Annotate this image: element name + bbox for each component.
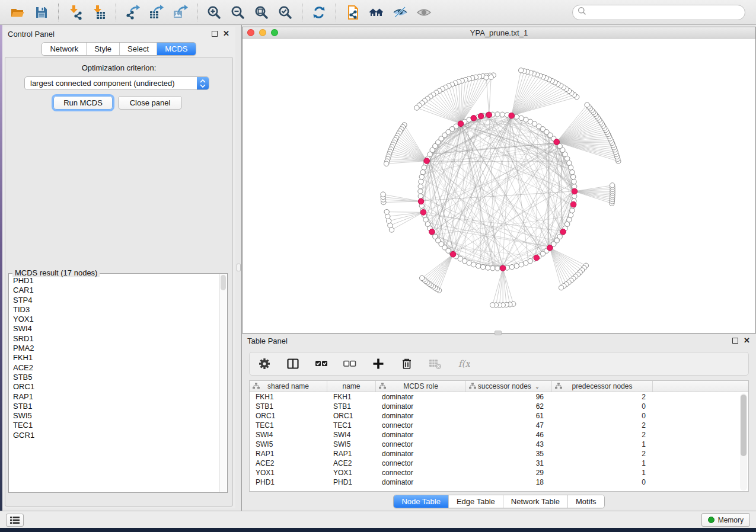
mcds-result-item[interactable]: TEC1 [13, 421, 219, 430]
create-column-icon[interactable] [372, 357, 385, 370]
open-file-icon[interactable] [8, 3, 28, 22]
import-network-icon[interactable] [65, 3, 85, 22]
nested-networks-icon[interactable] [366, 3, 387, 22]
memory-status-icon [708, 517, 714, 523]
table-cell: 0 [552, 478, 653, 486]
close-table-panel-icon[interactable]: ✕ [743, 337, 751, 345]
mcds-result-item[interactable]: RAP1 [13, 392, 219, 402]
table-row[interactable]: SWI5SWI5connector431 [250, 440, 748, 449]
mcds-result-item[interactable]: FKH1 [13, 353, 219, 363]
import-table-icon[interactable] [89, 3, 109, 22]
table-row[interactable]: ACE2ACE2connector311 [250, 459, 748, 468]
table-row[interactable]: ORC1ORC1dominator610 [250, 411, 748, 421]
mcds-result-item[interactable]: PMA2 [13, 344, 219, 353]
mcds-result-groupbox: MCDS result (17 nodes) PHD1CAR1STP4TID3Y… [8, 273, 228, 493]
zoom-in-icon[interactable] [204, 3, 224, 22]
tab-network[interactable]: Network [42, 43, 86, 55]
zoom-selected-icon[interactable] [275, 3, 295, 22]
task-history-button[interactable] [6, 514, 24, 527]
mcds-result-list[interactable]: PHD1CAR1STP4TID3YOX1SWI4SRD1PMA2FKH1ACE2… [9, 275, 219, 492]
table-header-row[interactable]: shared namenameMCDS rolesuccessor nodes⌄… [250, 381, 748, 392]
table-cell: SWI4 [327, 431, 376, 439]
mcds-result-item[interactable]: STP4 [13, 296, 219, 305]
table-cell: 2 [552, 431, 653, 439]
table-cell: PHD1 [250, 478, 327, 486]
table-cell: 35 [466, 450, 552, 458]
search-field[interactable] [572, 5, 745, 20]
table-tabs: Node TableEdge TableNetwork TableMotifs [393, 495, 604, 508]
table-row[interactable]: TEC1TEC1connector472 [250, 421, 748, 430]
mcds-result-item[interactable]: STB5 [13, 373, 219, 382]
toolbar-separator [336, 4, 336, 21]
table-row[interactable]: YOX1YOX1connector291 [250, 468, 748, 477]
table-cell: TEC1 [327, 421, 376, 430]
export-network-icon[interactable] [123, 3, 143, 22]
show-graphics-details-icon[interactable] [390, 3, 410, 22]
table-row[interactable]: FKH1FKH1dominator962 [250, 392, 748, 402]
close-panel-button[interactable]: Close panel [118, 96, 182, 110]
network-canvas[interactable] [243, 39, 755, 333]
mcds-result-item[interactable]: SRD1 [13, 334, 219, 344]
tab-node-table[interactable]: Node Table [394, 495, 448, 508]
horizontal-splitter-handle[interactable] [495, 331, 502, 335]
tab-style[interactable]: Style [86, 43, 119, 55]
mcds-result-item[interactable]: ORC1 [13, 382, 219, 392]
float-panel-icon[interactable] [210, 30, 218, 38]
tab-network-table[interactable]: Network Table [503, 495, 567, 508]
tab-motifs[interactable]: Motifs [567, 495, 604, 508]
table-cell: STB1 [327, 402, 376, 411]
delete-columns-icon[interactable] [400, 357, 413, 370]
mcds-result-item[interactable]: PHD1 [13, 276, 219, 286]
mcds-result-item[interactable]: YOX1 [13, 315, 219, 324]
mcds-result-item[interactable]: CAR1 [13, 286, 219, 295]
tab-mcds[interactable]: MCDS [157, 43, 195, 55]
float-table-panel-icon[interactable] [731, 337, 739, 345]
zoom-fit-icon[interactable] [251, 3, 272, 22]
refresh-view-icon[interactable] [309, 3, 329, 22]
splitter-handle[interactable] [237, 264, 241, 271]
table-scrollbar[interactable] [740, 393, 747, 491]
tree-icon [379, 383, 386, 391]
save-session-icon[interactable] [31, 3, 52, 22]
table-panel-title: Table Panel [247, 336, 288, 345]
network-graph[interactable] [243, 39, 755, 333]
criterion-dropdown[interactable]: largest connected component (undirected) [24, 76, 209, 90]
table-row[interactable]: SWI4SWI4dominator462 [250, 430, 748, 440]
vertical-splitter[interactable] [235, 25, 242, 511]
column-header-name[interactable]: name [327, 381, 376, 392]
mcds-result-item[interactable]: STB1 [13, 402, 219, 411]
table-row[interactable]: RAP1RAP1dominator352 [250, 449, 748, 459]
select-all-icon[interactable] [315, 357, 328, 370]
table-row[interactable]: STB1STB1dominator620 [250, 402, 748, 411]
unselect-all-icon[interactable] [343, 357, 356, 370]
mcds-list-scrollbar[interactable] [219, 274, 227, 492]
network-window-titlebar[interactable]: YPA_prune.txt_1 [243, 27, 755, 39]
mcds-result-item[interactable]: SWI4 [13, 324, 219, 334]
table-toolbar: f(x) [249, 352, 749, 376]
mcds-result-item[interactable]: SWI5 [13, 411, 219, 421]
export-image-icon[interactable] [170, 3, 190, 22]
network-from-selection-icon[interactable] [343, 3, 363, 22]
table-cell: 0 [552, 412, 653, 420]
column-header-predecessor-nodes[interactable]: predecessor nodes [552, 381, 653, 392]
table-row[interactable]: PHD1PHD1dominator180 [250, 477, 748, 487]
table-settings-icon[interactable] [258, 357, 271, 370]
toolbar-separator [197, 4, 197, 21]
search-input[interactable] [586, 7, 740, 17]
mcds-result-item[interactable]: GCR1 [13, 431, 219, 440]
column-header-successor-nodes[interactable]: successor nodes⌄ [466, 381, 552, 392]
memory-button[interactable]: Memory [701, 513, 750, 527]
column-header-shared-name[interactable]: shared name [250, 381, 327, 392]
tab-edge-table[interactable]: Edge Table [448, 495, 503, 508]
column-header-MCDS-role[interactable]: MCDS role [376, 381, 466, 392]
mcds-result-item[interactable]: TID3 [13, 305, 219, 315]
export-table-icon[interactable] [146, 3, 167, 22]
tab-select[interactable]: Select [119, 43, 157, 55]
table-cell: connector [376, 421, 466, 430]
show-columns-icon[interactable] [286, 357, 299, 370]
close-panel-icon[interactable]: ✕ [222, 30, 230, 38]
run-mcds-button[interactable]: Run MCDS [53, 96, 113, 110]
table-cell: connector [376, 459, 466, 467]
mcds-result-item[interactable]: ACE2 [13, 363, 219, 373]
zoom-out-icon[interactable] [228, 3, 248, 22]
